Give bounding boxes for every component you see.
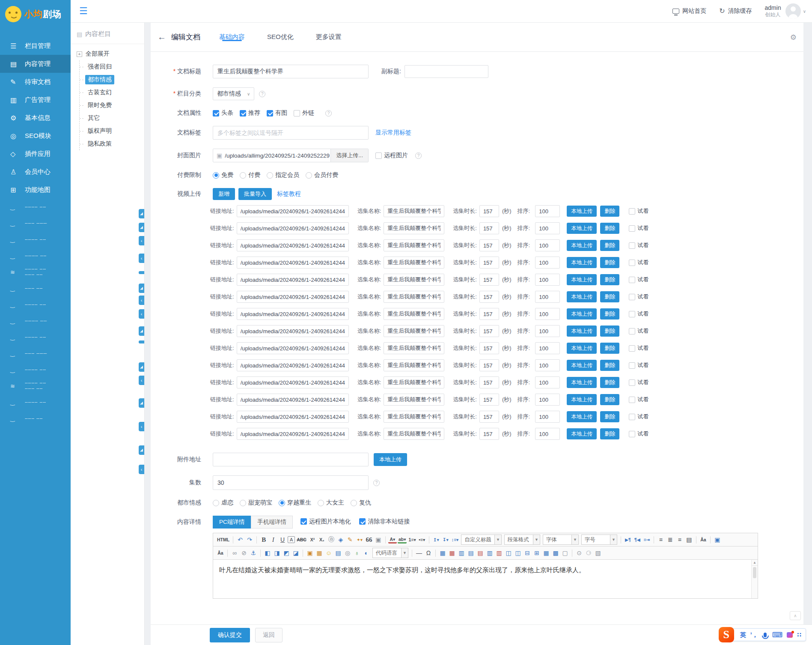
tree-item[interactable]: 古装玄幻	[80, 86, 139, 99]
line-height-icon[interactable]: ↕≡▾	[451, 535, 460, 544]
merge-cells-icon[interactable]: ◫	[504, 548, 513, 558]
toolbar-separator[interactable]	[435, 549, 436, 557]
attachment-input[interactable]	[213, 453, 369, 466]
sidebar-placeholder-item[interactable]: ‿ ╌╌╌╌ ╌╌	[0, 361, 71, 378]
doc-title-input[interactable]	[213, 65, 369, 78]
ime-punctuation-button[interactable]: ’，	[750, 632, 758, 638]
horizontal-rule-icon[interactable]: —	[415, 548, 423, 558]
special-chars-icon[interactable]: Ω	[424, 548, 433, 558]
toolbar-separator[interactable]	[303, 549, 303, 557]
sidebar-placeholder-item[interactable]: ‿ ╌╌╌╌ ╌╌	[0, 296, 71, 313]
video-duration-input[interactable]	[479, 359, 499, 371]
toolbar-separator[interactable]	[621, 536, 621, 543]
preview-checkbox[interactable]: 试看	[629, 379, 648, 386]
find-icon[interactable]: ⚆	[584, 548, 593, 558]
user-menu[interactable]: admin 创始人	[765, 4, 781, 18]
tree-item[interactable]: 都市情感	[80, 73, 139, 86]
toolbar-separator[interactable]	[233, 536, 233, 543]
toolbar-separator[interactable]	[654, 536, 654, 543]
tree-item[interactable]: 强者回归	[80, 60, 139, 73]
panel-edge-button[interactable]: ‹	[139, 422, 144, 431]
strikethrough-icon[interactable]: ABC	[296, 535, 307, 544]
highlight-color-icon[interactable]: ab▾	[398, 536, 407, 543]
tree-item[interactable]: 其它	[80, 112, 139, 125]
toolbar-separator[interactable]	[696, 536, 696, 543]
editor-format-select[interactable]: 段落格式 ▼	[504, 535, 540, 545]
scroll-up-icon[interactable]: ▲	[752, 560, 758, 566]
video-duration-input[interactable]	[479, 394, 499, 406]
scrollbar-thumb[interactable]	[753, 567, 756, 578]
insert-image-icon[interactable]: ▣	[306, 548, 314, 558]
editor-scrollbar[interactable]: ▲	[751, 560, 758, 598]
genre-radio[interactable]: 穿越重生	[279, 499, 311, 507]
gear-icon[interactable]: ⚙	[790, 33, 797, 42]
genre-radio[interactable]: 甜宠萌宝	[240, 499, 272, 507]
insert-col-icon[interactable]: ▥	[485, 548, 494, 558]
unordered-list-icon[interactable]: •≡▾	[418, 535, 426, 544]
delete-button[interactable]: 删除	[600, 325, 619, 337]
video-name-input[interactable]	[384, 342, 444, 354]
superscript-icon[interactable]: X²	[308, 535, 317, 544]
video-url-input[interactable]	[237, 376, 349, 388]
panel-edge-button[interactable]: ‹	[139, 254, 144, 263]
tree-item[interactable]: 版权声明	[80, 125, 139, 137]
preview-checkbox[interactable]: 试看	[629, 344, 648, 352]
panel-edge-button[interactable]: ‹	[139, 309, 144, 319]
genre-radio[interactable]: 虐恋	[213, 499, 233, 507]
video-sort-input[interactable]	[535, 274, 560, 286]
video-name-input[interactable]	[384, 325, 444, 337]
delete-button[interactable]: 删除	[600, 308, 619, 320]
spacing-top-icon[interactable]: ↥▾	[432, 535, 440, 544]
help-icon[interactable]: ?	[325, 110, 332, 116]
tab[interactable]: 基础内容	[217, 33, 247, 41]
preview-checkbox[interactable]: 试看	[629, 242, 648, 249]
genre-radio[interactable]: 复仇	[351, 499, 371, 507]
video-duration-input[interactable]	[479, 239, 499, 251]
ltr-paragraph-icon[interactable]: ▶¶	[624, 535, 632, 544]
sidebar-placeholder-item[interactable]: ‿ ╌╌╌ ╌╌	[0, 410, 71, 427]
paste-plain-icon[interactable]: ▣	[374, 535, 383, 544]
emotion-icon[interactable]: ☺	[324, 548, 333, 558]
content-tab[interactable]: 手机端详情	[251, 516, 293, 529]
panel-edge-button[interactable]	[139, 223, 144, 232]
editor-format-select[interactable]: 自定义标题 ▼	[461, 535, 502, 545]
autolink-icon[interactable]: ⓐ	[327, 535, 336, 544]
preview-checkbox[interactable]: 试看	[629, 430, 648, 438]
video-duration-input[interactable]	[479, 257, 499, 269]
panel-edge-button[interactable]	[139, 362, 144, 372]
video-name-input[interactable]	[384, 291, 444, 303]
blockquote-icon[interactable]: 66	[365, 535, 373, 544]
link-icon[interactable]: ∞	[230, 548, 239, 558]
unlink-icon[interactable]: ⊘	[240, 548, 248, 558]
case-change-icon[interactable]: Âa	[699, 535, 708, 544]
site-home-button[interactable]: 网站首页	[672, 7, 706, 15]
delete-col-icon[interactable]: ▥	[495, 548, 503, 558]
return-button[interactable]: 返回	[255, 628, 283, 642]
ordered-list-icon[interactable]: 1≡▾	[407, 535, 416, 544]
video-name-input[interactable]	[384, 376, 444, 388]
local-upload-button[interactable]: 本地上传	[567, 257, 597, 268]
video-name-input[interactable]	[384, 394, 444, 406]
sidebar-placeholder-item[interactable]: ‿ ╌╌╌╌ ╌╌	[0, 329, 71, 345]
video-url-input[interactable]	[237, 274, 349, 286]
video-url-input[interactable]	[237, 257, 349, 269]
panel-edge-button[interactable]	[139, 326, 144, 336]
video-name-input[interactable]	[384, 308, 444, 320]
bordered-text-icon[interactable]: A	[288, 536, 295, 543]
paste-icon[interactable]: ▧	[594, 548, 602, 558]
video-duration-input[interactable]	[479, 342, 499, 354]
insert-row-icon[interactable]: ▤	[467, 548, 475, 558]
indent-icon[interactable]: ≡⇥	[642, 535, 651, 544]
video-name-input[interactable]	[384, 359, 444, 371]
delete-button[interactable]: 删除	[600, 343, 619, 354]
align-center-icon[interactable]: ≣	[666, 535, 675, 544]
autotypeset-icon[interactable]: ✦▾	[355, 535, 364, 544]
back-button[interactable]: ←	[158, 32, 166, 42]
video-duration-input[interactable]	[479, 274, 499, 286]
sidebar-placeholder-item[interactable]: ‿ ╌╌╌╌ ╌╌	[0, 394, 71, 410]
video-url-input[interactable]	[237, 359, 349, 371]
subtitle-input[interactable]	[405, 65, 488, 78]
video-name-input[interactable]	[384, 205, 444, 217]
ime-mode-button[interactable]: 英	[740, 632, 746, 638]
local-upload-button[interactable]: 本地上传	[567, 394, 597, 405]
